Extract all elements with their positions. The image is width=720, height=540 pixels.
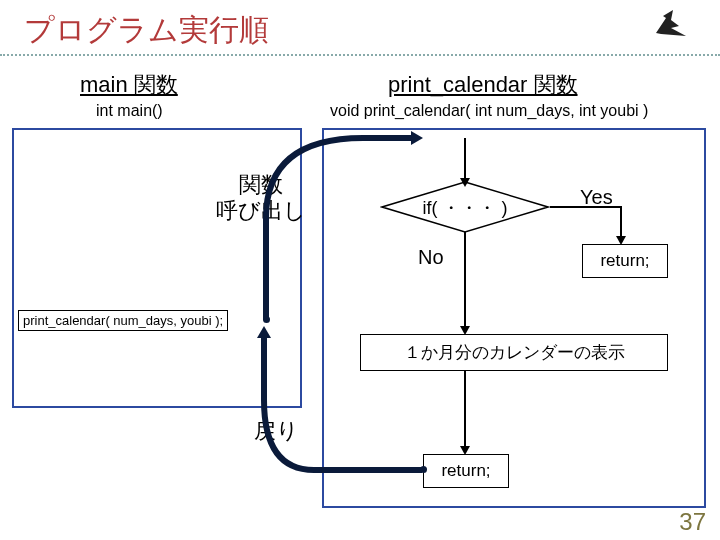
svg-marker-2 [257,326,271,338]
arrow-into-if [464,138,466,180]
yes-arrow [550,206,598,208]
arrow-into-if-head [460,178,470,187]
page-number: 37 [679,508,706,536]
if-condition: if( ・・・ ) [380,196,550,220]
return-dot [420,466,427,473]
printcal-header: print_calendar 関数 [388,70,578,100]
no-label: No [418,246,444,269]
main-header: main 関数 [80,70,178,100]
printcal-signature: void print_calendar( int num_days, int y… [330,102,648,120]
return-bottom: return; [423,454,509,488]
no-arrow [464,232,466,328]
title-divider [0,54,720,56]
main-signature: int main() [96,102,163,120]
yes-arrow2 [596,206,622,208]
call-statement: print_calendar( num_days, youbi ); [18,310,228,331]
svg-marker-0 [411,131,423,145]
yes-arrow-down [620,206,622,238]
return-top: return; [582,244,668,278]
slide-title: プログラム実行順 [24,10,269,51]
arrow-to-return2 [464,370,466,448]
if-diamond: if( ・・・ ) [380,180,550,234]
witch-icon [644,8,698,48]
